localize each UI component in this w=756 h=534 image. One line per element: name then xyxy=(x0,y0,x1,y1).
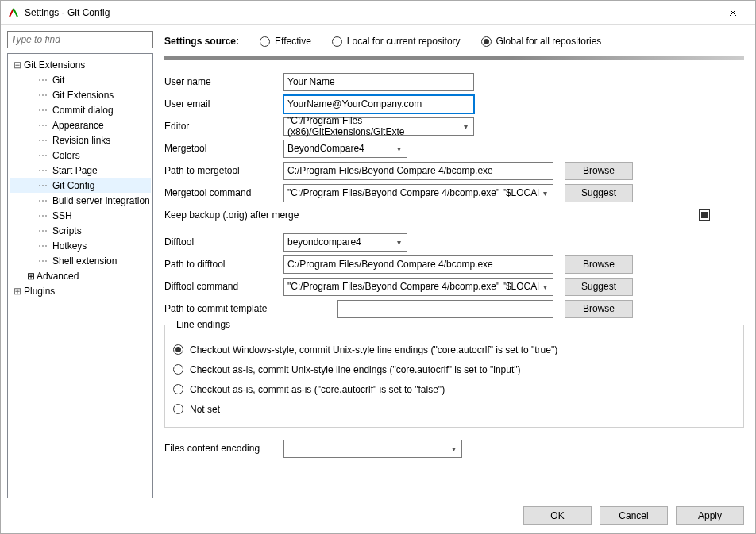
tree-label: Git Extensions xyxy=(24,60,85,71)
difftool-path-input[interactable] xyxy=(284,255,554,274)
chevron-down-icon: ▾ xyxy=(452,444,458,453)
tree-item-scripts[interactable]: ⋯Scripts xyxy=(10,223,151,238)
editor-combo[interactable]: "C:/Program Files (x86)/GitExtensions/Gi… xyxy=(284,117,474,136)
username-label: User name xyxy=(164,76,284,87)
mergetool-path-label: Path to mergetool xyxy=(164,165,284,176)
close-button[interactable] xyxy=(717,2,749,24)
dialog-footer: OK Cancel Apply xyxy=(1,498,755,533)
line-endings-opt-notset[interactable]: Not set xyxy=(173,399,735,419)
tree-item-revision-links[interactable]: ⋯Revision links xyxy=(10,133,151,148)
tree-item-git[interactable]: ⋯Git xyxy=(10,72,151,87)
mergetool-combo[interactable]: BeyondCompare4▾ xyxy=(284,140,407,158)
difftool-path-label: Path to difftool xyxy=(164,259,284,270)
tree-label: Advanced xyxy=(37,271,79,282)
tree-label: Build server integration xyxy=(52,195,150,206)
tree-label: Shell extension xyxy=(52,255,117,267)
settings-tree[interactable]: ⊟Git Extensions ⋯Git ⋯Git Extensions ⋯Co… xyxy=(7,53,153,498)
tree-bullet-icon: ⋯ xyxy=(38,75,48,86)
tree-item-git-config[interactable]: ⋯Git Config xyxy=(10,178,151,193)
radio-label: Not set xyxy=(190,404,220,415)
browse-commit-template-button[interactable]: Browse xyxy=(565,300,633,318)
tree-item-commit-dialog[interactable]: ⋯Commit dialog xyxy=(10,102,151,117)
tree-label: Scripts xyxy=(52,225,82,236)
radio-label: Effective xyxy=(275,36,311,47)
tree-bullet-icon: ⋯ xyxy=(38,135,48,146)
mergetool-cmd-combo[interactable]: "C:/Program Files/Beyond Compare 4/bcomp… xyxy=(284,184,554,202)
radio-label: Checkout Windows-style, commit Unix-styl… xyxy=(190,344,557,355)
combo-value: "C:/Program Files/Beyond Compare 4/bcomp… xyxy=(287,281,539,292)
divider xyxy=(164,56,744,60)
radio-label: Checkout as-is, commit as-is ("core.auto… xyxy=(190,384,445,395)
line-endings-opt-input[interactable]: Checkout as-is, commit Unix-style line e… xyxy=(173,359,735,379)
combo-value: BeyondCompare4 xyxy=(287,143,364,154)
tree-bullet-icon: ⋯ xyxy=(38,165,48,176)
tree-label: Appearance xyxy=(52,120,104,131)
apply-button[interactable]: Apply xyxy=(676,506,744,525)
radio-icon xyxy=(173,344,183,355)
radio-effective[interactable]: Effective xyxy=(260,36,311,47)
encoding-combo[interactable]: ▾ xyxy=(284,440,462,458)
settings-source-row: Settings source: Effective Local for cur… xyxy=(164,31,744,52)
tree-item-git-extensions[interactable]: ⋯Git Extensions xyxy=(10,87,151,102)
ok-button[interactable]: OK xyxy=(523,506,592,525)
search-input[interactable] xyxy=(7,31,153,48)
tree-item-plugins[interactable]: ⊞Plugins xyxy=(10,283,151,298)
tree-bullet-icon: ⋯ xyxy=(38,225,48,236)
chevron-down-icon: ▾ xyxy=(464,122,470,131)
browse-mergetool-button[interactable]: Browse xyxy=(565,162,633,180)
tree-root-git-extensions[interactable]: ⊟Git Extensions xyxy=(10,57,151,72)
useremail-input[interactable] xyxy=(284,95,474,113)
tree-bullet-icon: ⋯ xyxy=(38,180,48,191)
title-bar: Settings - Git Config xyxy=(1,1,755,25)
collapse-icon[interactable]: ⊟ xyxy=(13,60,22,71)
tree-bullet-icon: ⋯ xyxy=(38,195,48,206)
tree-label: Hotkeys xyxy=(52,240,87,252)
radio-label: Local for current repository xyxy=(347,36,461,47)
app-icon xyxy=(7,6,20,19)
line-endings-legend: Line endings xyxy=(173,319,233,330)
radio-label: Global for all repositories xyxy=(496,36,602,47)
tree-item-shell-extension[interactable]: ⋯Shell extension xyxy=(10,253,151,268)
chevron-down-icon: ▾ xyxy=(397,238,403,247)
suggest-mergetool-button[interactable]: Suggest xyxy=(565,184,633,202)
tree-bullet-icon: ⋯ xyxy=(38,210,48,221)
expand-icon[interactable]: ⊞ xyxy=(27,271,35,282)
suggest-difftool-button[interactable]: Suggest xyxy=(565,278,633,296)
keep-backup-checkbox[interactable] xyxy=(699,209,710,221)
tree-bullet-icon: ⋯ xyxy=(38,105,48,116)
tree-item-hotkeys[interactable]: ⋯Hotkeys xyxy=(10,238,151,253)
radio-local[interactable]: Local for current repository xyxy=(332,36,461,47)
tree-label: Colors xyxy=(52,150,80,161)
difftool-cmd-combo[interactable]: "C:/Program Files/Beyond Compare 4/bcomp… xyxy=(284,278,554,296)
commit-template-input[interactable] xyxy=(338,300,554,318)
encoding-label: Files content encoding xyxy=(164,443,284,454)
sidebar: ⊟Git Extensions ⋯Git ⋯Git Extensions ⋯Co… xyxy=(7,31,153,498)
radio-icon xyxy=(173,364,183,375)
username-input[interactable] xyxy=(284,73,474,91)
tree-item-build-server[interactable]: ⋯Build server integration xyxy=(10,193,151,208)
tree-item-advanced[interactable]: ⊞Advanced xyxy=(10,268,151,283)
line-endings-opt-true[interactable]: Checkout Windows-style, commit Unix-styl… xyxy=(173,340,735,359)
mergetool-cmd-label: Mergetool command xyxy=(164,187,284,198)
tree-item-ssh[interactable]: ⋯SSH xyxy=(10,208,151,223)
window-title: Settings - Git Config xyxy=(25,7,717,18)
radio-label: Checkout as-is, commit Unix-style line e… xyxy=(190,364,521,375)
editor-label: Editor xyxy=(164,121,284,132)
difftool-combo[interactable]: beyondcompare4▾ xyxy=(284,233,407,252)
tree-item-colors[interactable]: ⋯Colors xyxy=(10,148,151,163)
combo-value: beyondcompare4 xyxy=(287,236,361,248)
settings-source-label: Settings source: xyxy=(164,36,239,47)
radio-icon xyxy=(481,36,492,47)
radio-icon xyxy=(173,404,183,414)
mergetool-path-input[interactable] xyxy=(284,162,554,180)
tree-item-appearance[interactable]: ⋯Appearance xyxy=(10,117,151,133)
tree-item-start-page[interactable]: ⋯Start Page xyxy=(10,163,151,178)
expand-icon[interactable]: ⊞ xyxy=(13,286,22,297)
cancel-button[interactable]: Cancel xyxy=(600,506,668,525)
line-endings-opt-false[interactable]: Checkout as-is, commit as-is ("core.auto… xyxy=(173,379,735,399)
chevron-down-icon: ▾ xyxy=(543,282,550,291)
tree-label: Git Config xyxy=(52,180,94,191)
radio-global[interactable]: Global for all repositories xyxy=(481,36,602,47)
mergetool-label: Mergetool xyxy=(164,143,284,154)
browse-difftool-button[interactable]: Browse xyxy=(565,255,633,274)
